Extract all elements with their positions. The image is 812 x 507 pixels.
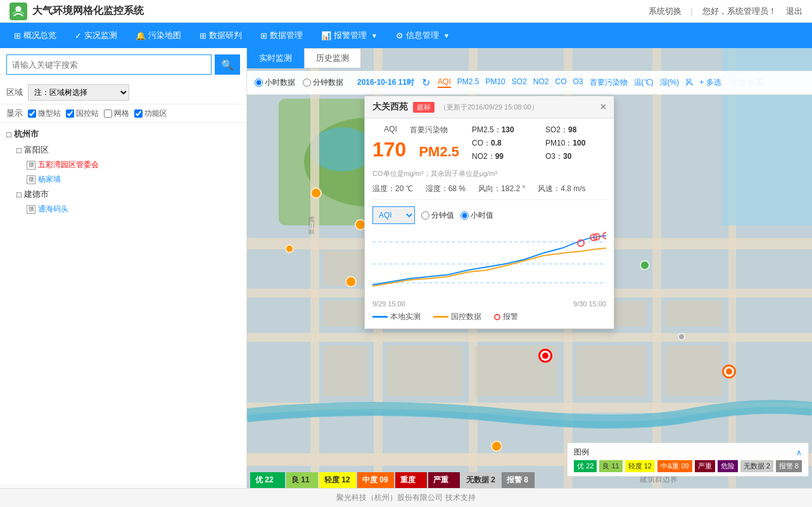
bl-excellent: 优 22 bbox=[250, 472, 285, 488]
legend-heavy: 严重 bbox=[695, 460, 715, 472]
popup-aqi-section: AQI 首要污染物 170 PM2.5 bbox=[372, 125, 459, 161]
popup-chart-controls: AQI PM2.5 PM10 分钟值 小时值 bbox=[372, 206, 606, 224]
info-arrow-icon: ▼ bbox=[443, 32, 450, 39]
tag-so2[interactable]: SO2 bbox=[512, 77, 527, 88]
station-icon2: 微 bbox=[27, 175, 35, 184]
checkbox-micro[interactable]: 微型站 bbox=[28, 108, 61, 119]
marker-4[interactable] bbox=[345, 276, 357, 287]
bl-good: 良 11 bbox=[286, 472, 318, 488]
tree-station-wucaiwan[interactable]: 微 五彩湾园区管委会 bbox=[6, 158, 240, 172]
tag-pm10[interactable]: PM10 bbox=[485, 77, 505, 88]
tab-realtime[interactable]: 实时监测 bbox=[247, 48, 304, 68]
marker-3[interactable] bbox=[285, 244, 294, 253]
nav-realtime[interactable]: ✓ 实况监测 bbox=[67, 23, 125, 48]
system-switch-btn[interactable]: 系统切换 bbox=[649, 6, 682, 17]
tag-no2[interactable]: NO2 bbox=[533, 77, 549, 88]
legend-bar: 图例 ∧ 优 22 良 11 轻度 12 中&重 09 严重 危险 无数据 2 … bbox=[567, 442, 809, 477]
district-label: 富阳区 bbox=[24, 144, 49, 156]
bl-nodata: 无数据 2 bbox=[461, 472, 500, 488]
info-icon: ⚙ bbox=[396, 31, 403, 41]
marker-green-2[interactable] bbox=[640, 260, 650, 270]
tree-city[interactable]: □ 杭州市 bbox=[6, 126, 240, 142]
marker-orange-bottom[interactable] bbox=[491, 441, 502, 452]
legend-collapse-btn[interactable]: ∧ bbox=[796, 448, 802, 457]
checkbox-national[interactable]: 国控站 bbox=[66, 108, 99, 119]
popup-update-time: （更新于2016/09/29 15:08:00） bbox=[440, 103, 595, 112]
search-area: 🔍 bbox=[0, 48, 246, 81]
nav-overview[interactable]: ⊞ 概况总览 bbox=[6, 23, 64, 48]
marker-gray-2[interactable] bbox=[678, 333, 685, 341]
tree-district-fuyang[interactable]: □ 富阳区 bbox=[6, 142, 240, 158]
tag-pm25[interactable]: PM2.5 bbox=[457, 77, 479, 88]
chart-radio-hour[interactable]: 小时值 bbox=[460, 210, 493, 221]
bottom-legend-strip: 优 22 良 11 轻度 12 中度 09 重度 严重 无数据 2 报警 8 bbox=[247, 472, 812, 488]
data-so2: SO2：98 bbox=[545, 125, 606, 135]
tag-wind[interactable]: 风 bbox=[685, 77, 693, 88]
nav-analysis[interactable]: ⊞ 数据研判 bbox=[192, 23, 250, 48]
weather-direction: 风向：182.2 ° bbox=[478, 184, 525, 194]
data-pm10: PM10：100 bbox=[545, 138, 606, 149]
more-select-btn[interactable]: + 多选 bbox=[699, 77, 721, 88]
tag-aqi[interactable]: AQI bbox=[438, 77, 451, 88]
search-input[interactable] bbox=[6, 54, 212, 75]
logo-area: 大气环境网格化监控系统 bbox=[10, 3, 144, 20]
svg-rect-15 bbox=[652, 48, 661, 507]
marker-orange-right[interactable] bbox=[722, 365, 736, 379]
nav-pollution-map[interactable]: 🔔 污染地图 bbox=[128, 23, 189, 48]
checkbox-grid[interactable]: 网格 bbox=[104, 108, 129, 119]
region-select[interactable]: 注：区域树选择 bbox=[28, 84, 129, 101]
popup-header: 大关西苑 超标 （更新于2016/09/29 15:08:00） × bbox=[365, 96, 614, 118]
checkbox-zone[interactable]: 功能区 bbox=[134, 108, 167, 119]
popup-close-btn[interactable]: × bbox=[600, 101, 606, 113]
svg-rect-11 bbox=[310, 48, 319, 507]
popup-station-name: 大关西苑 bbox=[372, 101, 408, 113]
search-button[interactable]: 🔍 bbox=[215, 54, 240, 75]
nav-alarm-mgmt[interactable]: 📊 报警管理 ▼ bbox=[314, 23, 385, 48]
chart-time-start: 9/29 15:00 bbox=[372, 300, 405, 308]
tree-station-tonghai[interactable]: 微 通海码头 bbox=[6, 202, 240, 216]
station-icon: 微 bbox=[27, 161, 35, 170]
marker-red-1[interactable] bbox=[538, 349, 552, 363]
data-mgmt-icon: ⊞ bbox=[260, 31, 267, 41]
tag-co[interactable]: CO bbox=[555, 77, 567, 88]
weather-temp: 温度：20 ℃ bbox=[372, 184, 413, 194]
map-area[interactable]: 河道水系 主干道 建筑群边界 景三路 景五路 实时监测 历史监测 小时数据 分钟… bbox=[247, 48, 812, 507]
tree-station-yangjiapu[interactable]: 微 杨家埔 bbox=[6, 172, 240, 187]
station-popup: 大关西苑 超标 （更新于2016/09/29 15:08:00） × AQI 首… bbox=[364, 96, 614, 329]
main-content: 🔍 区域 注：区域树选择 显示 微型站 国控站 网格 功能区 bbox=[0, 48, 812, 507]
nav-info-mgmt[interactable]: ⚙ 信息管理 ▼ bbox=[388, 23, 457, 48]
city-expand-icon: □ bbox=[6, 130, 11, 139]
tag-temp[interactable]: 温(℃) bbox=[634, 77, 654, 88]
refresh-button[interactable]: ↻ bbox=[422, 77, 430, 89]
datetime-display: 2016-10-16 11时 bbox=[357, 77, 414, 88]
tree-district-jiande[interactable]: □ 建德市 bbox=[6, 187, 240, 202]
map-filter-bar: 小时数据 分钟数据 2016-10-16 11时 ↻ AQI PM2.5 PM1… bbox=[247, 71, 812, 95]
logo-icon bbox=[10, 3, 27, 20]
nav-bar: ⊞ 概况总览 ✓ 实况监测 🔔 污染地图 ⊞ 数据研判 ⊞ 数据管理 📊 报警管… bbox=[0, 23, 812, 48]
legend-nodata: 无数据 2 bbox=[740, 460, 773, 472]
bl-light: 轻度 12 bbox=[319, 472, 356, 488]
popup-right-data: PM2.5：130 SO2：98 CO：0.8 PM10：100 NO2：99 … bbox=[472, 125, 606, 162]
data-pm25: PM2.5：130 bbox=[472, 125, 533, 135]
radio-minute-data[interactable]: 分钟数据 bbox=[303, 77, 343, 88]
sidebar: 🔍 区域 注：区域树选择 显示 微型站 国控站 网格 功能区 bbox=[0, 48, 247, 507]
tag-humidity[interactable]: 湿(%) bbox=[660, 77, 680, 88]
alarm-icon: 📊 bbox=[321, 31, 331, 41]
popup-data-grid: PM2.5：130 SO2：98 CO：0.8 PM10：100 NO2：99 … bbox=[472, 125, 606, 162]
popup-pollutant-value: PM2.5 bbox=[419, 144, 459, 160]
tag-o3[interactable]: O3 bbox=[573, 77, 583, 88]
radio-hour-data[interactable]: 小时数据 bbox=[255, 77, 295, 88]
logout-btn[interactable]: 退出 bbox=[786, 6, 802, 17]
chart-type-select[interactable]: AQI PM2.5 PM10 bbox=[372, 206, 415, 224]
chart-radio-minute[interactable]: 分钟值 bbox=[421, 210, 454, 221]
popup-chart-times: 9/29 15:00 9/30 15:00 bbox=[372, 300, 606, 308]
marker-1[interactable] bbox=[310, 187, 322, 199]
popup-body: AQI 首要污染物 170 PM2.5 PM2.5：130 SO2：98 CO：… bbox=[365, 118, 614, 329]
popup-weather: 温度：20 ℃ 湿度：68 % 风向：182.2 ° 风速：4.8 m/s bbox=[372, 184, 606, 200]
data-no2: NO2：99 bbox=[472, 151, 533, 162]
analysis-icon: ⊞ bbox=[200, 31, 206, 41]
svg-rect-29 bbox=[665, 346, 722, 396]
nav-data-mgmt[interactable]: ⊞ 数据管理 bbox=[253, 23, 310, 48]
tag-main-pollutant[interactable]: 首要污染物 bbox=[590, 77, 628, 88]
tab-history[interactable]: 历史监测 bbox=[304, 48, 361, 68]
